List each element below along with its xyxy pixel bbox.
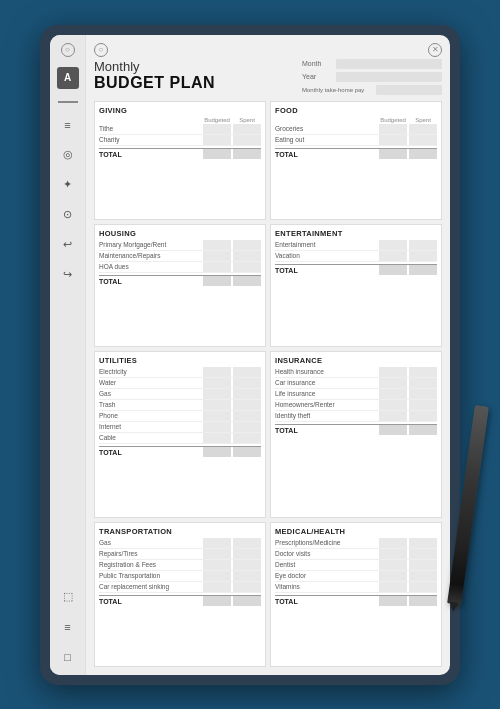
housing-cell-1b[interactable] <box>233 251 261 261</box>
utilities-cell-5a[interactable] <box>203 422 231 432</box>
medical-total-a[interactable] <box>379 596 407 606</box>
medical-cell-2a[interactable] <box>379 560 407 570</box>
year-input[interactable] <box>336 72 442 82</box>
undo-icon[interactable]: ↩ <box>58 235 78 255</box>
transportation-cell-3b[interactable] <box>233 571 261 581</box>
food-total-a[interactable] <box>379 149 407 159</box>
redo-icon[interactable]: ↪ <box>58 265 78 285</box>
entertainment-cell-0a[interactable] <box>379 240 407 250</box>
transportation-cell-0b[interactable] <box>233 538 261 548</box>
utilities-cell-0a[interactable] <box>203 367 231 377</box>
housing-cell-1a[interactable] <box>203 251 231 261</box>
giving-cell-0a[interactable] <box>203 124 231 134</box>
avatar[interactable]: A <box>57 67 79 89</box>
entertainment-cell-1b[interactable] <box>409 251 437 261</box>
entertainment-cell-0b[interactable] <box>409 240 437 250</box>
transportation-cell-4a[interactable] <box>203 582 231 592</box>
transportation-cell-2a[interactable] <box>203 560 231 570</box>
giving-cell-1b[interactable] <box>233 135 261 145</box>
insurance-cell-0b[interactable] <box>409 367 437 377</box>
transportation-total-a[interactable] <box>203 596 231 606</box>
insurance-cell-3a[interactable] <box>379 400 407 410</box>
food-cell-0b[interactable] <box>409 124 437 134</box>
back-icon[interactable]: ○ <box>94 43 108 57</box>
insurance-cell-0a[interactable] <box>379 367 407 377</box>
medical-cell-3b[interactable] <box>409 571 437 581</box>
utilities-cell-1b[interactable] <box>233 378 261 388</box>
layers-icon[interactable]: ≡ <box>58 617 78 637</box>
housing-cell-2b[interactable] <box>233 262 261 272</box>
transportation-cell-2b[interactable] <box>233 560 261 570</box>
insurance-cell-3b[interactable] <box>409 400 437 410</box>
utilities-cell-2b[interactable] <box>233 389 261 399</box>
food-cell-1b[interactable] <box>409 135 437 145</box>
takehome-input[interactable] <box>376 85 442 95</box>
medical-cell-0b[interactable] <box>409 538 437 548</box>
housing-total-label: TOTAL <box>99 278 201 285</box>
insurance-cell-2b[interactable] <box>409 389 437 399</box>
giving-cell-1a[interactable] <box>203 135 231 145</box>
search-icon[interactable]: ⊙ <box>58 205 78 225</box>
utilities-cell-0b[interactable] <box>233 367 261 377</box>
month-input[interactable] <box>336 59 442 69</box>
transportation-cell-1b[interactable] <box>233 549 261 559</box>
close-icon[interactable]: ✕ <box>428 43 442 57</box>
insurance-cell-4b[interactable] <box>409 411 437 421</box>
title-block: Monthly BUDGET PLAN <box>94 59 294 92</box>
housing-total-b[interactable] <box>233 276 261 286</box>
insurance-cell-1b[interactable] <box>409 378 437 388</box>
housing-cell-2a[interactable] <box>203 262 231 272</box>
transportation-cell-4b[interactable] <box>233 582 261 592</box>
housing-total-a[interactable] <box>203 276 231 286</box>
utilities-cell-6b[interactable] <box>233 433 261 443</box>
food-total-b[interactable] <box>409 149 437 159</box>
insurance-cell-1a[interactable] <box>379 378 407 388</box>
entertainment-cell-1a[interactable] <box>379 251 407 261</box>
insurance-total: TOTAL <box>275 424 437 436</box>
menu-icon[interactable]: ○ <box>61 43 75 57</box>
giving-total-b[interactable] <box>233 149 261 159</box>
medical-cell-3a[interactable] <box>379 571 407 581</box>
insurance-total-b[interactable] <box>409 425 437 435</box>
transportation-cell-0a[interactable] <box>203 538 231 548</box>
medical-cell-2b[interactable] <box>409 560 437 570</box>
housing-cell-0a[interactable] <box>203 240 231 250</box>
circle-dash-icon[interactable]: ◎ <box>58 145 78 165</box>
utilities-cell-4b[interactable] <box>233 411 261 421</box>
utilities-total-a[interactable] <box>203 447 231 457</box>
square-icon[interactable]: □ <box>58 647 78 667</box>
medical-total-b[interactable] <box>409 596 437 606</box>
utilities-cell-3b[interactable] <box>233 400 261 410</box>
utilities-cell-2a[interactable] <box>203 389 231 399</box>
entertainment-total-a[interactable] <box>379 265 407 275</box>
insurance-label-1: Car insurance <box>275 379 377 386</box>
utilities-cell-3a[interactable] <box>203 400 231 410</box>
utilities-cell-6a[interactable] <box>203 433 231 443</box>
transportation-cell-3a[interactable] <box>203 571 231 581</box>
medical-cell-1b[interactable] <box>409 549 437 559</box>
utilities-total-b[interactable] <box>233 447 261 457</box>
utilities-cell-4a[interactable] <box>203 411 231 421</box>
medical-cell-4a[interactable] <box>379 582 407 592</box>
food-cell-0a[interactable] <box>379 124 407 134</box>
insurance-cell-4a[interactable] <box>379 411 407 421</box>
hamburger-icon[interactable]: ≡ <box>58 115 78 135</box>
food-cell-1a[interactable] <box>379 135 407 145</box>
utilities-cell-1a[interactable] <box>203 378 231 388</box>
medical-cell-0a[interactable] <box>379 538 407 548</box>
insurance-total-a[interactable] <box>379 425 407 435</box>
share-icon[interactable]: ⬚ <box>58 587 78 607</box>
transportation-total-b[interactable] <box>233 596 261 606</box>
utilities-total: TOTAL <box>99 446 261 458</box>
giving-total-a[interactable] <box>203 149 231 159</box>
move-icon[interactable]: ✦ <box>58 175 78 195</box>
transportation-cell-1a[interactable] <box>203 549 231 559</box>
medical-cell-1a[interactable] <box>379 549 407 559</box>
utilities-label-4: Phone <box>99 412 201 419</box>
utilities-cell-5b[interactable] <box>233 422 261 432</box>
insurance-cell-2a[interactable] <box>379 389 407 399</box>
housing-cell-0b[interactable] <box>233 240 261 250</box>
medical-cell-4b[interactable] <box>409 582 437 592</box>
giving-cell-0b[interactable] <box>233 124 261 134</box>
entertainment-total-b[interactable] <box>409 265 437 275</box>
